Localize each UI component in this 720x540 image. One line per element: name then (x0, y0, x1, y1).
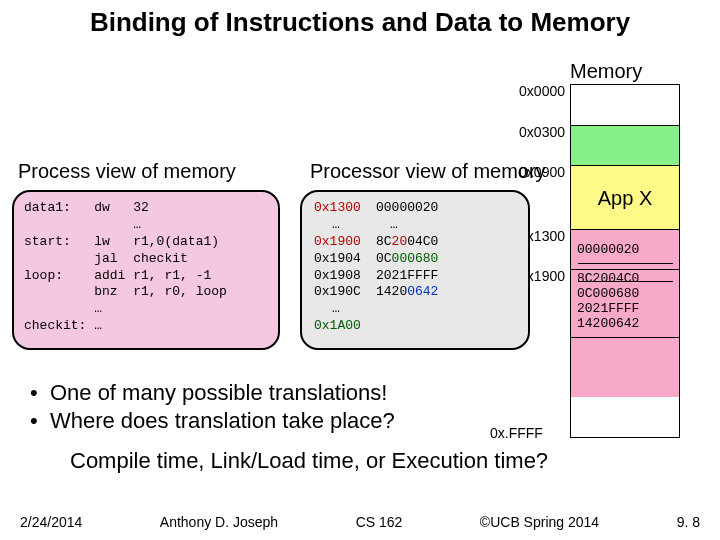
mem-cell-0: 0x0000 (571, 85, 679, 125)
row-1900-v: 8C2004C0 (376, 234, 438, 251)
bullet-list: • One of many possible translations! • W… (30, 380, 395, 436)
mem-data-single: 00000020 (577, 242, 639, 257)
memory-label: Memory (570, 60, 642, 83)
bullet-1: • One of many possible translations! (30, 380, 395, 406)
row-190c-v: 14200642 (376, 284, 438, 301)
processor-memory-box: 0x130000000020 …… 0x19008C2004C0 0x19040… (300, 190, 530, 350)
mem-cell-rest2 (571, 397, 679, 437)
addr-ffff: 0x.FFFF (490, 425, 543, 441)
appx-label: App X (571, 186, 679, 209)
process-view-label: Process view of memory (18, 160, 236, 183)
addr-0000: 0x0000 (519, 83, 565, 99)
footer: 2/24/2014 Anthony D. Joseph CS 162 ©UCB … (0, 514, 720, 530)
bullet-2: • Where does translation take place? (30, 408, 395, 434)
assembly-code-box: data1: dw 32 … start: lw r1,0(data1) jal… (12, 190, 280, 350)
footer-author: Anthony D. Joseph (160, 514, 278, 530)
slide-title: Binding of Instructions and Data to Memo… (0, 0, 720, 38)
mem-cell-1: 0x0300 (571, 125, 679, 165)
memory-diagram: 0x0000 0x0300 0x0900 App X 0x1300 000000… (570, 84, 680, 438)
row-1904-v: 0C000680 (376, 251, 438, 268)
mem-cell-code: 0x1900 8C2004C0 0C000680 2021FFFF 142006… (571, 269, 679, 337)
processor-view-label: Processor view of memory (310, 160, 546, 183)
footer-date: 2/24/2014 (20, 514, 82, 530)
seg-divider-1 (578, 263, 673, 264)
footer-course: CS 162 (356, 514, 403, 530)
footer-copy: ©UCB Spring 2014 (480, 514, 599, 530)
seg-divider-2 (578, 281, 673, 282)
mem-cell-appx: 0x0900 App X (571, 165, 679, 229)
sub-question: Compile time, Link/Load time, or Executi… (70, 448, 548, 474)
footer-page: 9. 8 (677, 514, 700, 530)
addr-0300: 0x0300 (519, 124, 565, 140)
mem-cell-rest1 (571, 337, 679, 397)
